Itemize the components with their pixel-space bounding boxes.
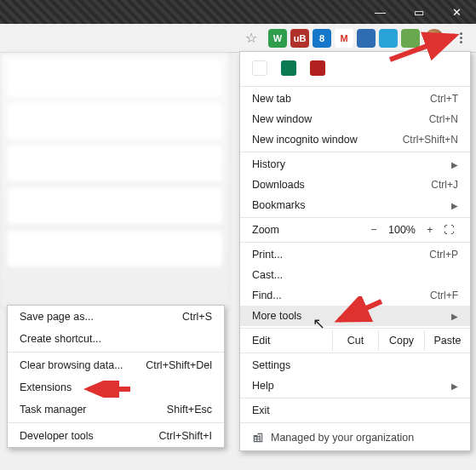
menu-new-incognito[interactable]: New incognito window Ctrl+Shift+N <box>240 129 470 150</box>
menu-label: New window <box>252 113 312 125</box>
menu-label: Exit <box>252 404 270 416</box>
menu-shortcut: Ctrl+S <box>182 311 212 323</box>
profile-avatar[interactable] <box>425 29 444 48</box>
menu-label: Print... <box>252 249 283 261</box>
menu-label: Bookmarks <box>252 199 306 211</box>
edit-copy-button[interactable]: Copy <box>378 330 424 351</box>
menu-downloads[interactable]: Downloads Ctrl+J <box>240 175 470 195</box>
menu-label: History <box>252 158 285 170</box>
zoom-out-button[interactable]: − <box>364 224 383 236</box>
menu-zoom-row: Zoom − 100% + ⛶ <box>240 220 470 240</box>
chevron-right-icon: ▶ <box>451 160 458 169</box>
chrome-menu-button[interactable] <box>450 28 471 49</box>
menu-shortcut: Ctrl+P <box>429 249 458 261</box>
menu-print[interactable]: Print... Ctrl+P <box>240 244 470 265</box>
submenu-create-shortcut[interactable]: Create shortcut... <box>8 328 224 350</box>
window-controls: — ▭ ✕ <box>361 0 476 24</box>
menu-shortcut: Ctrl+T <box>430 93 458 105</box>
menu-history[interactable]: History ▶ <box>240 154 470 175</box>
building-icon <box>252 432 264 444</box>
app-pdf[interactable] <box>310 60 325 76</box>
menu-apps-row <box>240 52 470 84</box>
ext-ublock[interactable]: uB <box>290 29 309 48</box>
chevron-right-icon: ▶ <box>451 201 458 210</box>
menu-label: Create shortcut... <box>20 333 101 345</box>
cursor-icon: ↖ <box>313 314 325 333</box>
submenu-save-page[interactable]: Save page as... Ctrl+S <box>8 306 224 328</box>
ext-office[interactable] <box>357 29 376 48</box>
menu-label: Managed by your organization <box>271 432 414 444</box>
menu-label: Find... <box>252 289 282 301</box>
menu-label: Downloads <box>252 179 305 191</box>
menu-label: Edit <box>252 335 332 347</box>
menu-help[interactable]: Help ▶ <box>240 375 470 396</box>
menu-bookmarks[interactable]: Bookmarks ▶ <box>240 195 470 215</box>
menu-cast[interactable]: Cast... <box>240 265 470 285</box>
edit-cut-button[interactable]: Cut <box>332 330 378 351</box>
edit-paste-button[interactable]: Paste <box>424 330 470 351</box>
menu-label: More tools <box>252 310 301 322</box>
ext-dots[interactable] <box>401 29 420 48</box>
submenu-task-manager[interactable]: Task manager Shift+Esc <box>8 398 224 421</box>
window-close-button[interactable]: ✕ <box>438 0 476 24</box>
chrome-main-menu: New tab Ctrl+T New window Ctrl+N New inc… <box>239 51 471 451</box>
menu-label: Cast... <box>252 269 283 281</box>
menu-label: Developer tools <box>20 430 94 442</box>
app-green[interactable] <box>281 60 296 76</box>
zoom-in-button[interactable]: + <box>421 224 439 236</box>
menu-label: Clear browsing data... <box>20 359 123 371</box>
menu-exit[interactable]: Exit <box>240 400 470 421</box>
chevron-right-icon: ▶ <box>451 381 458 391</box>
menu-new-tab[interactable]: New tab Ctrl+T <box>240 89 470 109</box>
menu-new-window[interactable]: New window Ctrl+N <box>240 109 470 129</box>
bookmark-star-icon[interactable]: ☆ <box>241 28 261 49</box>
menu-shortcut: Shift+Esc <box>167 404 212 416</box>
menu-label: Help <box>252 380 274 392</box>
window-maximize-button[interactable]: ▭ <box>399 0 438 24</box>
submenu-clear-browsing-data[interactable]: Clear browsing data... Ctrl+Shift+Del <box>8 354 224 376</box>
menu-shortcut: Ctrl+Shift+I <box>158 430 212 442</box>
page-content-blurred <box>0 53 230 308</box>
ext-w[interactable]: W <box>268 29 287 48</box>
menu-label: Zoom <box>252 224 364 236</box>
extension-icons: WuB8M <box>267 29 422 48</box>
menu-edit-row: Edit Cut Copy Paste <box>240 330 470 351</box>
app-google[interactable] <box>252 60 267 76</box>
menu-more-tools[interactable]: More tools ▶ <box>240 306 470 326</box>
menu-settings[interactable]: Settings <box>240 355 470 375</box>
fullscreen-icon[interactable]: ⛶ <box>439 224 458 236</box>
ext-sec[interactable]: 8 <box>313 29 331 48</box>
menu-shortcut: Ctrl+N <box>429 113 458 125</box>
menu-label: Save page as... <box>20 311 94 323</box>
ext-cloud[interactable] <box>379 29 398 48</box>
more-tools-submenu: Save page as... Ctrl+S Create shortcut..… <box>7 305 225 448</box>
menu-label: New incognito window <box>252 134 358 146</box>
menu-shortcut: Ctrl+Shift+N <box>403 134 458 146</box>
menu-shortcut: Ctrl+J <box>431 179 458 191</box>
menu-shortcut: Ctrl+Shift+Del <box>146 359 212 371</box>
submenu-developer-tools[interactable]: Developer tools Ctrl+Shift+I <box>8 425 224 447</box>
submenu-extensions[interactable]: Extensions <box>8 376 224 398</box>
menu-label: New tab <box>252 93 291 105</box>
menu-shortcut: Ctrl+F <box>430 289 458 301</box>
menu-label: Settings <box>252 359 290 371</box>
menu-find[interactable]: Find... Ctrl+F <box>240 285 470 306</box>
menu-label: Extensions <box>20 381 72 393</box>
browser-toolbar: ☆ WuB8M <box>0 24 476 53</box>
ext-gmail[interactable]: M <box>335 29 353 48</box>
window-minimize-button[interactable]: — <box>361 0 399 24</box>
menu-label: Task manager <box>20 404 87 416</box>
zoom-percent: 100% <box>383 224 421 236</box>
menu-managed-row[interactable]: Managed by your organization <box>240 425 470 450</box>
chevron-right-icon: ▶ <box>451 312 458 321</box>
